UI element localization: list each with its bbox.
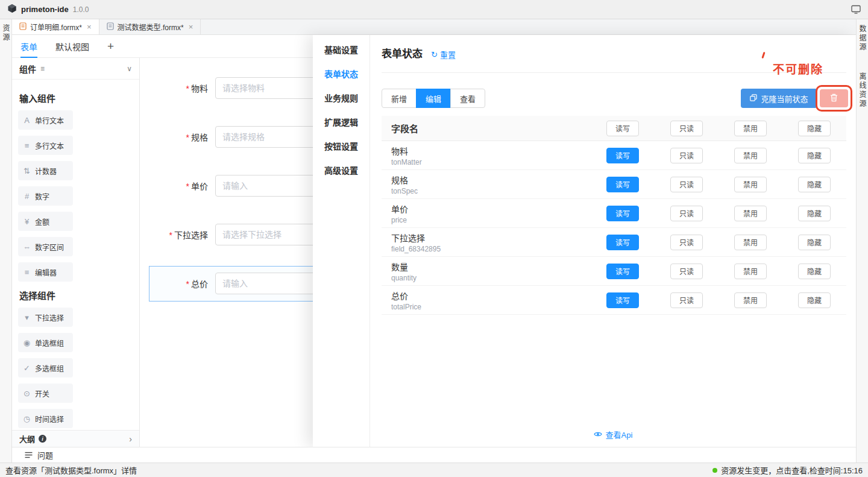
field-code: quantity — [391, 274, 591, 282]
tab-label: 测试数据类型.formx* — [118, 22, 184, 32]
component-item-radio-group[interactable]: ◉单选框组 — [18, 333, 73, 352]
reset-icon: ↻ — [431, 50, 438, 59]
mode-readonly-button[interactable]: 只读 — [670, 148, 703, 163]
mode-readonly-button[interactable]: 只读 — [670, 206, 703, 221]
mode-readwrite-button[interactable]: 读写 — [606, 235, 639, 250]
offline-resources-rail-tab[interactable]: 离线资源 — [857, 72, 867, 109]
mode-readonly-button[interactable]: 只读 — [670, 264, 703, 279]
component-item-multiline-text[interactable]: ≡多行文本 — [18, 136, 73, 155]
mode-disabled-button[interactable]: 禁用 — [734, 148, 767, 163]
mode-readwrite-button[interactable]: 读写 — [606, 264, 639, 279]
component-item-label: 多选框组 — [35, 363, 64, 373]
mode-disabled-button[interactable]: 禁用 — [734, 177, 767, 192]
app-logo-icon — [7, 4, 17, 16]
header-readwrite-button[interactable]: 读写 — [606, 121, 639, 136]
table-row: 下拉选择field_68342895 读写 只读 禁用 隐藏 — [382, 228, 846, 257]
app-window: primeton-ide 1.0.0 资源 数据源 离线资源 订单明细.form… — [0, 0, 868, 477]
resource-change-notice[interactable]: 资源发生变更，点击查看,检查时间:15:16 — [712, 464, 863, 476]
table-row: 物料tonMatter 读写 只读 禁用 隐藏 — [382, 141, 846, 170]
problems-label: 问题 — [37, 449, 53, 461]
table-row: 规格tonSpec 读写 只读 禁用 隐藏 — [382, 170, 846, 199]
mode-disabled-button[interactable]: 禁用 — [734, 264, 767, 279]
menu-advanced-settings[interactable]: 高级设置 — [313, 158, 370, 182]
add-view-button[interactable]: + — [107, 40, 114, 52]
mode-readonly-button[interactable]: 只读 — [670, 235, 703, 250]
close-icon[interactable]: × — [87, 22, 92, 31]
menu-extension-logic[interactable]: 扩展逻辑 — [313, 110, 370, 134]
mode-hidden-button[interactable]: 隐藏 — [798, 177, 831, 192]
field-name: 物料 — [391, 145, 591, 157]
mode-hidden-button[interactable]: 隐藏 — [798, 292, 831, 308]
component-item-dropdown[interactable]: ▾下拉选择 — [18, 308, 73, 327]
outline-toggle[interactable]: 大纲 i › — [12, 430, 139, 447]
problems-bar[interactable]: 问题 — [12, 447, 856, 463]
component-item-switch[interactable]: ⊙开关 — [18, 384, 73, 403]
tab-default-view[interactable]: 默认视图 — [55, 35, 89, 57]
component-item-checkbox-group[interactable]: ✓多选框组 — [18, 358, 73, 377]
datasource-rail-tab[interactable]: 数据源 — [857, 25, 867, 52]
field-code: totalPrice — [391, 303, 591, 311]
mode-readwrite-button[interactable]: 读写 — [606, 292, 639, 308]
select-components-grid: ▾下拉选择 ◉单选框组 ✓多选框组 ⊙开关 ◷时间选择 ▦日期选择 ▤日期区间 … — [18, 308, 133, 430]
mode-readwrite-button[interactable]: 读写 — [606, 148, 639, 163]
mode-readonly-button[interactable]: 只读 — [670, 292, 703, 308]
mode-hidden-button[interactable]: 隐藏 — [798, 235, 831, 250]
menu-button-settings[interactable]: 按钮设置 — [313, 134, 370, 158]
component-item-number[interactable]: #数字 — [18, 186, 73, 206]
chevron-right-icon: › — [129, 434, 132, 444]
number-range-icon: ⇔ — [22, 242, 31, 251]
component-item-time-picker[interactable]: ◷时间选择 — [18, 409, 73, 428]
field-code: tonSpec — [391, 187, 591, 195]
mode-hidden-button[interactable]: 隐藏 — [798, 206, 831, 221]
component-item-number-range[interactable]: ⇔数字区间 — [18, 237, 73, 256]
menu-basic-settings[interactable]: 基础设置 — [313, 37, 370, 62]
component-item-single-line-text[interactable]: A单行文本 — [18, 110, 73, 130]
close-icon[interactable]: × — [189, 22, 193, 31]
view-api-link[interactable]: 查看Api — [370, 429, 856, 440]
header-hidden-button[interactable]: 隐藏 — [798, 121, 831, 136]
tab-order-detail[interactable]: 订单明细.formx* × — [12, 19, 99, 34]
table-row: 单价price 读写 只读 禁用 隐藏 — [382, 199, 846, 228]
header-disabled-button[interactable]: 禁用 — [734, 121, 767, 136]
state-tab-add[interactable]: 新增 — [382, 89, 417, 108]
mode-readwrite-button[interactable]: 读写 — [606, 206, 639, 221]
menu-business-rules[interactable]: 业务规则 — [313, 86, 370, 110]
mode-disabled-button[interactable]: 禁用 — [734, 292, 767, 308]
component-item-label: 多行文本 — [35, 141, 64, 151]
mode-disabled-button[interactable]: 禁用 — [734, 206, 767, 221]
mode-hidden-button[interactable]: 隐藏 — [798, 148, 831, 163]
delete-state-button[interactable] — [820, 89, 848, 107]
reset-button[interactable]: ↻ 重置 — [431, 49, 456, 60]
mode-hidden-button[interactable]: 隐藏 — [798, 264, 831, 279]
component-item-counter[interactable]: ⇅计数器 — [18, 161, 73, 180]
header-readonly-button[interactable]: 只读 — [670, 121, 703, 136]
field-name: 规格 — [391, 174, 591, 186]
tab-form[interactable]: 表单 — [20, 35, 37, 57]
input-components-grid: A单行文本 ≡多行文本 ⇅计数器 #数字 ¥金额 ⇔数字区间 ≡编辑器 — [18, 110, 133, 282]
time-picker-icon: ◷ — [22, 414, 31, 423]
monitor-icon[interactable] — [851, 5, 861, 14]
section-title-input: 输入组件 — [19, 92, 132, 104]
components-panel-header[interactable]: 组件 ≡ ∨ — [12, 58, 139, 80]
clone-current-state-button[interactable]: 克隆当前状态 — [741, 89, 817, 108]
component-item-amount[interactable]: ¥金额 — [18, 212, 73, 231]
required-mark: * — [186, 84, 189, 93]
components-panel: 组件 ≡ ∨ 输入组件 A单行文本 ≡多行文本 ⇅计数器 #数字 ¥金额 ⇔数字… — [12, 58, 140, 447]
mode-readwrite-button[interactable]: 读写 — [606, 177, 639, 192]
field-state-table: 字段名 读写 只读 禁用 隐藏 物料tonMatter 读写 只读 禁用 隐藏 … — [382, 116, 846, 315]
table-row: 数量quantity 读写 只读 禁用 隐藏 — [382, 257, 846, 286]
amount-icon: ¥ — [22, 217, 31, 226]
tab-test-data-type[interactable]: 测试数据类型.formx* × — [99, 19, 201, 34]
mode-readonly-button[interactable]: 只读 — [670, 177, 703, 192]
component-item-editor[interactable]: ≡编辑器 — [18, 262, 73, 282]
mode-disabled-button[interactable]: 禁用 — [734, 235, 767, 250]
number-icon: # — [22, 192, 31, 201]
field-label: *规格 — [140, 131, 208, 143]
state-tab-edit[interactable]: 编辑 — [416, 89, 451, 108]
menu-form-state[interactable]: 表单状态 — [313, 62, 370, 86]
chevron-down-icon[interactable]: ∨ — [127, 65, 132, 73]
resources-rail-tab[interactable]: 资源 — [1, 24, 11, 42]
required-mark: * — [169, 230, 172, 240]
field-label: *下拉选择 — [140, 229, 208, 241]
state-tab-view[interactable]: 查看 — [450, 89, 485, 108]
